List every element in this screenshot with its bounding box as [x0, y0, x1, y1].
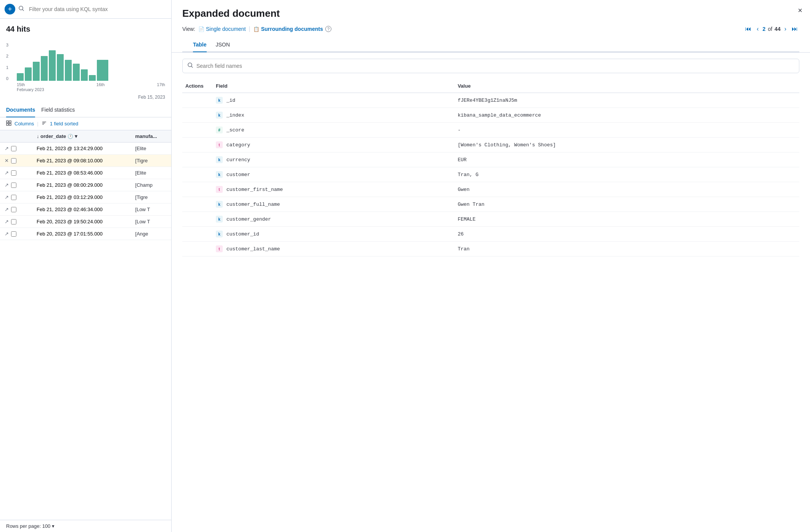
order-date-cell: Feb 20, 2023 @ 19:50:24.000: [32, 216, 131, 228]
hits-count: 44 hits: [6, 25, 165, 34]
row-checkbox[interactable]: [11, 158, 16, 163]
bar: [65, 60, 72, 81]
single-doc-icon: 📄: [198, 26, 204, 32]
surrounding-docs-icon: 📋: [253, 26, 259, 32]
view-separator: |: [249, 26, 250, 32]
expand-icon[interactable]: ↗: [5, 146, 9, 151]
expand-icon[interactable]: ↗: [5, 170, 9, 176]
field-value: EUR: [458, 157, 466, 163]
table-row: ↗ Feb 20, 2023 @ 17:01:55.000 [Ange: [0, 228, 171, 240]
results-table: ↓ order_date 🕐 ▾ manufa... ↗ Feb 21, 202…: [0, 130, 171, 240]
tab-json[interactable]: JSON: [216, 38, 230, 52]
hits-section: 44 hits: [0, 19, 171, 40]
expand-icon[interactable]: ↗: [5, 194, 9, 200]
doc-tabs: Documents Field statistics: [0, 103, 171, 117]
field-value: 26: [458, 231, 464, 237]
field-name: category: [227, 142, 250, 148]
tab-documents[interactable]: Documents: [6, 103, 35, 117]
table-row: ↗ Feb 20, 2023 @ 19:50:24.000 [Low T: [0, 216, 171, 228]
manufacturer-cell: [Tigre: [131, 155, 171, 167]
field-name-cell: t customer_first_name: [213, 182, 455, 197]
field-name: _score: [227, 127, 244, 133]
tab-field-statistics[interactable]: Field statistics: [41, 103, 75, 117]
tab-table[interactable]: Table: [193, 38, 207, 52]
bar: [33, 62, 40, 81]
sort-icon: [42, 120, 47, 127]
field-type-badge: k: [216, 216, 223, 223]
columns-label[interactable]: Columns: [14, 121, 34, 127]
field-name-cell: k _id: [213, 93, 455, 108]
expand-icon[interactable]: ↗: [5, 182, 9, 188]
field-value: Gwen Tran: [458, 202, 484, 207]
field-value-cell: Tran: [455, 242, 799, 256]
bar: [25, 67, 32, 81]
svg-rect-5: [9, 123, 11, 125]
svg-rect-4: [6, 123, 8, 125]
help-icon[interactable]: ?: [325, 26, 331, 32]
col-value: Value: [455, 79, 799, 93]
chevron-down-icon[interactable]: ▾: [52, 523, 55, 529]
field-actions-cell: [182, 93, 213, 108]
first-page-button[interactable]: ⏮: [744, 25, 753, 33]
field-value-cell: FEMALE: [455, 212, 799, 227]
row-checkbox[interactable]: [11, 231, 16, 237]
field-value-cell: kibana_sample_data_ecommerce: [455, 108, 799, 123]
field-value-cell: EUR: [455, 152, 799, 167]
bar: [81, 69, 88, 81]
svg-rect-3: [9, 121, 11, 123]
row-checkbox[interactable]: [11, 170, 16, 176]
row-checkbox[interactable]: [11, 195, 16, 200]
bar: [41, 56, 48, 81]
row-checkbox[interactable]: [11, 207, 16, 212]
table-row: ↗ Feb 21, 2023 @ 08:00:29.000 [Champ: [0, 179, 171, 191]
field-name-cell: k customer_full_name: [213, 197, 455, 212]
bar: [57, 54, 64, 81]
order-date-cell: Feb 20, 2023 @ 17:01:55.000: [32, 228, 131, 240]
pin-icon[interactable]: ✕: [5, 158, 9, 163]
add-filter-button[interactable]: +: [5, 4, 15, 14]
order-date-cell: Feb 21, 2023 @ 08:53:46.000: [32, 167, 131, 179]
prev-page-button[interactable]: ‹: [755, 25, 760, 33]
expand-icon[interactable]: ↗: [5, 231, 9, 237]
chart-y-labels: 3 2 1 0: [6, 43, 8, 81]
chart-bars: [17, 43, 165, 81]
expand-icon[interactable]: ↗: [5, 219, 9, 224]
col-order-date[interactable]: ↓ order_date 🕐 ▾: [32, 130, 131, 143]
view-label: View:: [182, 26, 195, 32]
field-search: [182, 59, 799, 73]
manufacturer-cell: [Elite: [131, 143, 171, 155]
surrounding-documents-link[interactable]: Surrounding documents: [261, 26, 323, 32]
table-row: ↗ Feb 21, 2023 @ 13:24:29.000 [Elite: [0, 143, 171, 155]
field-actions-cell: [182, 138, 213, 152]
svg-rect-2: [6, 121, 8, 123]
field-value: -: [458, 127, 461, 133]
field-type-badge: k: [216, 201, 223, 208]
sort-label[interactable]: 1 field sorted: [50, 121, 78, 127]
field-value: Gwen: [458, 187, 469, 192]
manufacturer-cell: [Tigre: [131, 191, 171, 204]
last-page-button[interactable]: ⏭: [790, 25, 799, 33]
results-table-container: ↓ order_date 🕐 ▾ manufa... ↗ Feb 21, 202…: [0, 130, 171, 520]
single-document-link[interactable]: Single document: [206, 26, 246, 32]
expand-icon[interactable]: ↗: [5, 207, 9, 212]
expanded-document-panel: × Expanded document View: 📄 Single docum…: [172, 0, 810, 532]
row-checkbox[interactable]: [11, 219, 16, 224]
field-row: t customer_last_name Tran: [182, 242, 799, 256]
table-row: ↗ Feb 21, 2023 @ 03:12:29.000 [Tigre: [0, 191, 171, 204]
field-row: t customer_first_name Gwen: [182, 182, 799, 197]
field-name: customer_full_name: [227, 202, 280, 207]
field-value: fJERe4YBE3g1Z1naNJ5m: [458, 98, 517, 103]
close-button[interactable]: ×: [798, 6, 802, 15]
field-value-cell: -: [455, 123, 799, 138]
search-input[interactable]: [29, 6, 167, 12]
field-actions-cell: [182, 227, 213, 242]
row-checkbox[interactable]: [11, 146, 16, 151]
field-search-input[interactable]: [196, 63, 794, 69]
field-row: k customer Tran, G: [182, 167, 799, 182]
next-page-button[interactable]: ›: [783, 25, 788, 33]
field-value-cell: Gwen: [455, 182, 799, 197]
clock-icon: 🕐: [68, 134, 73, 139]
row-checkbox[interactable]: [11, 183, 16, 188]
field-name: customer_first_name: [227, 187, 283, 192]
chart-x-labels: 15th February 2023 16th 17th: [17, 82, 165, 92]
